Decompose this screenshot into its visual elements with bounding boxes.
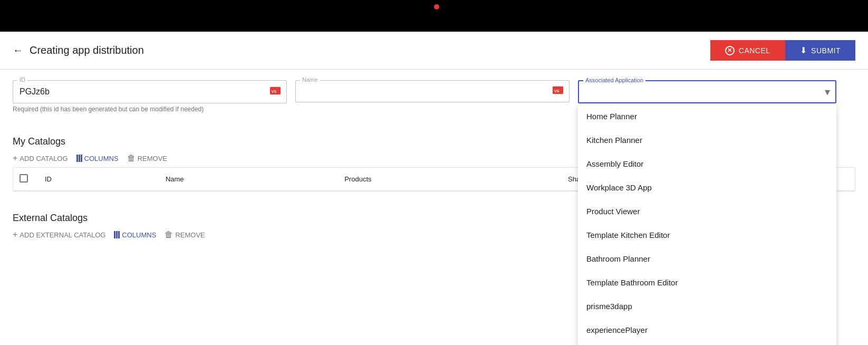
dropdown-item-bathroom-planner[interactable]: Bathroom Planner [578,247,836,271]
add-catalog-label: ADD CATALOG [20,155,67,162]
associated-app-dropdown: Home Planner Kitchen Planner Assembly Ed… [578,104,836,345]
vsc-icon-name: VS [552,84,564,96]
add-external-catalog-label: ADD EXTERNAL CATALOG [20,231,105,239]
page-title: Creating app distribution [30,44,144,56]
svg-text:VS: VS [272,89,277,94]
name-field-group: Name VS [295,80,570,102]
dropdown-item-workplace-3d-app[interactable]: Workplace 3D App [578,176,836,199]
dropdown-item-assembly-editor[interactable]: Assembly Editor [578,152,836,176]
dropdown-item-template-kitchen-editor[interactable]: Template Kitchen Editor [578,223,836,247]
header-bar: ← Creating app distribution ✕ CANCEL ⬇ S… [0,32,868,70]
columns-icon [76,155,82,162]
name-field-border: Name VS [295,80,570,102]
dropdown-item-xmedia[interactable]: XMedia [578,342,836,345]
select-all-checkbox[interactable] [20,174,28,183]
cancel-label: CANCEL [739,46,770,55]
associated-app-value [585,85,814,98]
header-actions: ✕ CANCEL ⬇ SUBMIT [710,40,855,61]
dropdown-item-experience-player[interactable]: experiencePlayer [578,318,836,342]
dropdown-item-template-bathroom-editor[interactable]: Template Bathroom Editor [578,271,836,294]
name-field-icon: VS [552,84,564,98]
chevron-down-icon: ▾ [825,85,830,98]
add-catalog-button[interactable]: + ADD CATALOG [13,154,68,163]
external-remove-button[interactable]: 🗑 REMOVE [165,230,205,239]
remove-button[interactable]: 🗑 REMOVE [127,154,167,163]
trash-icon: 🗑 [127,154,136,163]
top-black-bar [0,0,868,32]
id-field-border: ID PGJz6b VS [13,80,287,103]
back-button[interactable]: ← [13,44,23,56]
back-title: ← Creating app distribution [13,44,144,56]
red-dot [434,4,439,9]
dropdown-item-prisme3dapp[interactable]: prisme3dapp [578,294,836,318]
col-header-products: Products [336,168,560,191]
columns-label: COLUMNS [84,155,119,162]
checkbox-header [13,168,36,191]
col-header-name: Name [157,168,336,191]
external-columns-label: COLUMNS [122,231,156,239]
external-columns-button[interactable]: COLUMNS [114,231,156,239]
external-remove-label: REMOVE [175,231,205,239]
cancel-button[interactable]: ✕ CANCEL [710,40,785,61]
cancel-icon: ✕ [725,46,735,55]
associated-app-field[interactable]: Associated Application ▾ [578,80,836,103]
id-field-group: ID PGJz6b VS Required (this id has been … [13,80,287,113]
main-content: ← Creating app distribution ✕ CANCEL ⬇ S… [0,32,868,345]
submit-label: SUBMIT [811,46,841,55]
id-field-icon: VS [269,85,281,99]
dropdown-item-product-viewer[interactable]: Product Viewer [578,199,836,223]
form-row: ID PGJz6b VS Required (this id has been … [13,80,855,113]
plus-icon: + [13,154,17,163]
col-header-id: ID [36,168,157,191]
external-plus-icon: + [13,230,17,239]
add-external-catalog-button[interactable]: + ADD EXTERNAL CATALOG [13,230,105,239]
name-value[interactable] [302,85,548,98]
associated-app-label: Associated Application [583,77,645,83]
dropdown-item-kitchen-planner[interactable]: Kitchen Planner [578,128,836,152]
form-area: ID PGJz6b VS Required (this id has been … [0,70,868,123]
svg-text:VS: VS [554,89,560,93]
id-field-hint: Required (this id has been generated but… [13,106,287,113]
id-label: ID [17,76,27,83]
columns-button[interactable]: COLUMNS [76,155,119,162]
vsc-icon-id: VS [269,85,281,97]
submit-button[interactable]: ⬇ SUBMIT [785,40,855,61]
dropdown-item-home-planner[interactable]: Home Planner [578,104,836,128]
id-value[interactable]: PGJz6b [20,85,265,99]
name-label: Name [300,76,320,83]
external-trash-icon: 🗑 [165,230,173,239]
external-columns-icon [114,231,120,238]
remove-label: REMOVE [138,155,167,162]
associated-app-wrapper: Associated Application ▾ Home Planner Ki… [570,80,836,103]
submit-icon: ⬇ [800,45,807,55]
